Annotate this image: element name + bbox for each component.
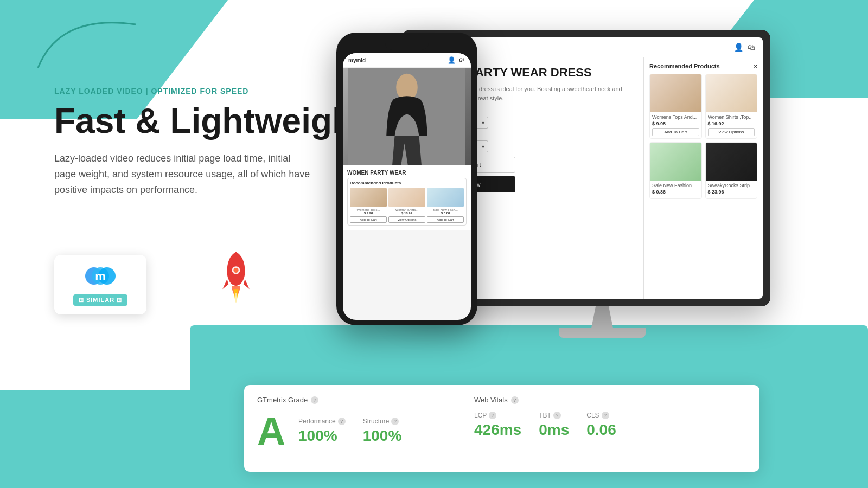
monitor-user-icon: 👤 [734, 43, 743, 52]
monitor-rec-card-body-2: Women Shirts ,Top... $ 16.92 View Option… [706, 112, 757, 138]
monitor-base [559, 328, 646, 338]
structure-help-icon: ? [391, 418, 399, 425]
rocket-container [212, 249, 266, 314]
list-item: SweakyRocks Strip... $ 23.96 [705, 142, 758, 199]
monitor-rec-name-4: SweakyRocks Strip... [708, 183, 755, 188]
phone-rec-title: Recommended Products [350, 181, 464, 185]
monitor-rec-price-2: $ 16.92 [708, 121, 755, 126]
svg-point-6 [233, 268, 238, 273]
monitor-rec-price-3: $ 0.86 [652, 189, 699, 195]
gtmetrix-vitals-metrics: LCP ? 426ms TBT ? 0ms CLS ? 0.06 [474, 412, 746, 439]
phone-brand: mymid [348, 57, 366, 63]
gtmetrix-grade-section: GTmetrix Grade ? A Performance ? 100% St… [244, 385, 461, 472]
lcp-label: LCP ? [474, 412, 521, 419]
monitor-rec-img-1 [650, 74, 701, 112]
gtmetrix-structure-value: 100% [363, 427, 402, 445]
tbt-label: TBT ? [539, 412, 569, 419]
gtmetrix-structure-metric: Structure ? 100% [363, 418, 402, 445]
cls-value: 0.06 [586, 421, 616, 439]
phone-rec-price-3: $ 0.88 [427, 211, 464, 215]
tbt-help-icon: ? [553, 412, 561, 419]
monitor-rec-title: Recommended Products [649, 63, 720, 69]
list-item: Sale New Fashion ... $ 0.86 [649, 142, 702, 199]
phone-rec-price-1: $ 9.98 [350, 211, 387, 215]
bg-shape-bottom-left [0, 390, 217, 488]
monitor-view-options-btn-2[interactable]: View Options [708, 128, 755, 136]
similar-badge: ⊞ SIMILAR ⊞ [73, 294, 127, 306]
gtmetrix-grade-row: A Performance ? 100% Structure ? 100% [257, 412, 448, 451]
list-item: Womens Tops And... $ 9.98 Add To Cart [649, 74, 702, 139]
gtmetrix-grade-letter: A [257, 412, 285, 451]
performance-help-icon: ? [338, 418, 346, 425]
list-item: Woman Shirts... $ 18.92 View Options [388, 188, 425, 223]
monitor-rec-header: Recommended Products × [649, 63, 757, 69]
tbt-metric: TBT ? 0ms [539, 412, 569, 439]
subtitle-label: LAZY LOADED VIDEO | OPTIMIZED FOR SPEED [54, 87, 369, 95]
cls-metric: CLS ? 0.06 [586, 412, 616, 439]
monitor-rec-close-button[interactable]: × [754, 63, 757, 69]
phone-screen: mymid 👤 🛍 WOMEN PARTY WEAR Recommended P… [343, 53, 471, 320]
gtmetrix-vitals-section: Web Vitals ? LCP ? 426ms TBT ? 0ms CLS [461, 385, 760, 472]
logo-box: m ⊞ SIMILAR ⊞ [54, 255, 146, 314]
phone-model-svg [343, 68, 471, 165]
list-item: Women Shirts ,Top... $ 16.92 View Option… [705, 74, 758, 139]
gtmetrix-grade-title: GTmetrix Grade ? [257, 396, 448, 404]
deco-curve-icon [27, 8, 146, 79]
svg-text:m: m [95, 269, 106, 283]
monitor-rec-price-4: $ 23.96 [708, 189, 755, 195]
gtmetrix-grade-help-icon: ? [311, 396, 318, 404]
monitor-rec-price-1: $ 9.98 [652, 121, 699, 126]
monitor-rec-card-body-3: Sale New Fashion ... $ 0.86 [650, 181, 701, 198]
main-heading: Fast & Lightweight [54, 102, 369, 140]
monitor-rec-card-body-1: Womens Tops And... $ 9.98 Add To Cart [650, 112, 701, 138]
phone-header-icons: 👤 🛍 [448, 56, 465, 64]
monitor-neck [591, 306, 613, 328]
monitor-add-to-cart-btn-1[interactable]: Add To Cart [652, 128, 699, 136]
monitor-rec-img-2 [706, 74, 757, 112]
phone-add-to-cart-btn-1[interactable]: Add To Cart [350, 216, 387, 223]
phone-rec-img-3 [427, 188, 464, 207]
list-item: Womens Tops... $ 9.98 Add To Cart [350, 188, 387, 223]
gtmetrix-panel: GTmetrix Grade ? A Performance ? 100% St… [244, 385, 760, 472]
gtmetrix-performance-label: Performance ? [298, 418, 346, 425]
brand-logo-icon: m [84, 264, 117, 291]
cls-label: CLS ? [586, 412, 616, 419]
monitor-rec-name-3: Sale New Fashion ... [652, 183, 699, 188]
chevron-down-icon-2: ▾ [482, 144, 484, 150]
gtmetrix-performance-metric: Performance ? 100% [298, 418, 346, 445]
phone-user-icon: 👤 [448, 56, 456, 64]
chevron-down-icon: ▾ [482, 120, 484, 126]
phone-rec-box: Recommended Products Womens Tops... $ 9.… [347, 178, 467, 226]
monitor-cart-icons: 👤 🛍 [734, 43, 755, 52]
cls-help-icon: ? [602, 412, 609, 419]
monitor-rec-panel: Recommended Products × Womens Tops And..… [643, 57, 763, 299]
phone-rec-img-2 [388, 188, 425, 207]
phone-product-section: WOMEN PARTY WEAR Recommended Products Wo… [343, 165, 471, 230]
phone-rec-img-1 [350, 188, 387, 207]
gtmetrix-vitals-title: Web Vitals ? [474, 396, 746, 404]
phone-view-options-btn-2[interactable]: View Options [388, 216, 425, 223]
phone-mockup: mymid 👤 🛍 WOMEN PARTY WEAR Recommended P… [336, 33, 477, 325]
phone-product-title: WOMEN PARTY WEAR [347, 170, 467, 176]
phone-bag-icon: 🛍 [459, 56, 465, 64]
gtmetrix-performance-value: 100% [298, 427, 346, 445]
monitor-bag-icon: 🛍 [748, 43, 755, 52]
description-text: Lazy-loaded video reduces initial page l… [54, 151, 315, 197]
gtmetrix-structure-label: Structure ? [363, 418, 402, 425]
left-content-section: LAZY LOADED VIDEO | OPTIMIZED FOR SPEED … [54, 87, 369, 198]
phone-product-image [343, 68, 471, 165]
monitor-rec-card-body-4: SweakyRocks Strip... $ 23.96 [706, 181, 757, 198]
rocket-icon [212, 249, 260, 309]
phone-rec-grid: Womens Tops... $ 9.98 Add To Cart Woman … [350, 188, 464, 223]
monitor-rec-img-3 [650, 143, 701, 181]
monitor-rec-img-4 [706, 143, 757, 181]
phone-add-to-cart-btn-3[interactable]: Add To Cart [427, 216, 464, 223]
monitor-rec-name-2: Women Shirts ,Top... [708, 114, 755, 120]
lcp-value: 426ms [474, 421, 521, 439]
monitor-stand [559, 306, 646, 338]
gtmetrix-metrics: Performance ? 100% Structure ? 100% [298, 418, 401, 445]
vitals-help-icon: ? [511, 396, 519, 404]
monitor-rec-grid: Womens Tops And... $ 9.98 Add To Cart Wo… [649, 74, 757, 199]
phone-rec-price-2: $ 18.92 [388, 211, 425, 215]
phone-notch [385, 39, 429, 50]
